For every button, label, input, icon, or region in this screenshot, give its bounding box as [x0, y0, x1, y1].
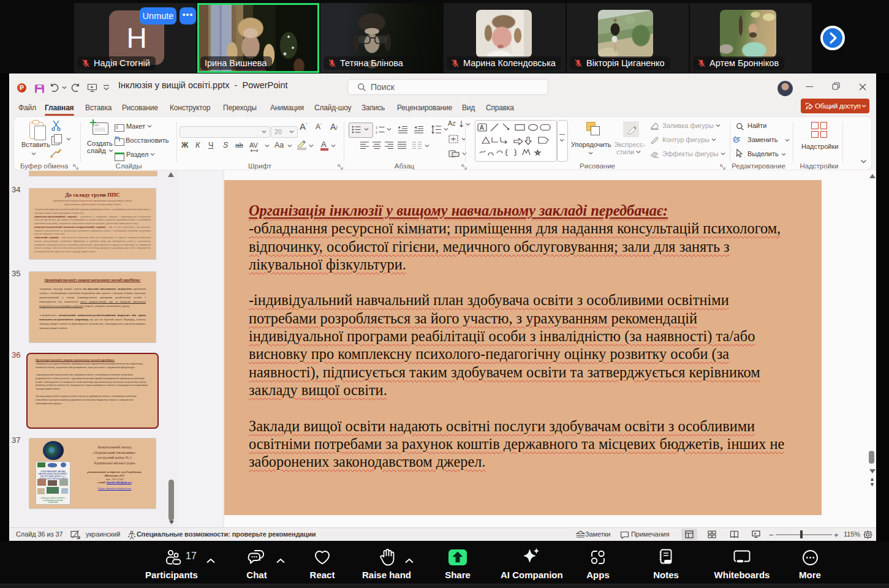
svg-text:A: A — [480, 124, 484, 131]
svg-text:1: 1 — [376, 126, 377, 129]
svg-text:2: 2 — [376, 130, 377, 134]
